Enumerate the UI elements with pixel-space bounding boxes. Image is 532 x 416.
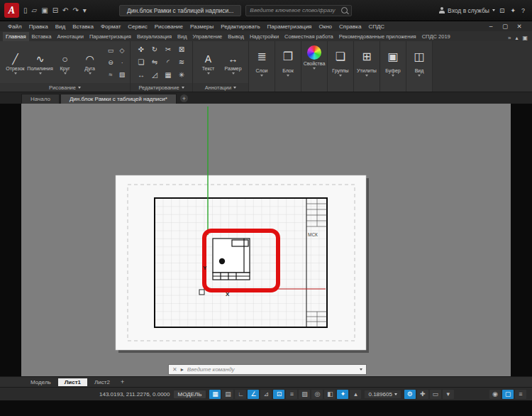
command-line[interactable]: ✕ ▸ Введите команду xyxy=(168,364,367,375)
ribbon-tab[interactable]: Вставка xyxy=(29,32,55,41)
ribbon-tab[interactable]: Параметризация xyxy=(87,32,134,41)
explode-icon[interactable]: ✳ xyxy=(175,69,188,81)
scale-icon[interactable]: ◿ xyxy=(148,69,161,81)
ribbon-tab[interactable]: Рекомендованные приложения xyxy=(336,32,419,41)
ribbon-collapse-icon[interactable]: ▴ xyxy=(515,35,518,41)
ribbon-panel-button[interactable]: ▣ Буфер xyxy=(380,41,406,92)
menu-item[interactable]: СПДС xyxy=(365,23,388,30)
file-tab[interactable]: Дин.блок Рамки с таблицей надписи* xyxy=(60,94,177,104)
transparency-icon[interactable]: ▨ xyxy=(299,390,310,399)
ribbon-tab[interactable]: Визуализация xyxy=(134,32,174,41)
ribbon-tab[interactable]: Совместная работа xyxy=(282,32,336,41)
search-icon[interactable] xyxy=(341,7,348,13)
model-space-button[interactable]: МОДЕЛЬ xyxy=(174,390,206,398)
ribbon-panel-button[interactable]: ❐ Блок xyxy=(275,41,301,92)
menu-item[interactable]: Вставка xyxy=(69,23,97,30)
ribbon-panel-button[interactable]: ◫ Вид xyxy=(406,41,433,92)
hatch-icon[interactable]: ▨ xyxy=(117,69,127,80)
isodraft-icon[interactable]: ⊿ xyxy=(260,390,272,399)
grid-icon[interactable]: ▦ xyxy=(209,390,221,399)
ribbon-tab[interactable]: Аннотации xyxy=(54,32,87,41)
isolate-objects-icon[interactable]: ◉ xyxy=(489,390,501,399)
panel-label-draw[interactable]: Рисование xyxy=(0,83,130,92)
new-layout-button[interactable]: + xyxy=(121,378,124,385)
fillet-icon[interactable]: ◜ xyxy=(162,56,174,68)
menu-item[interactable]: Вид xyxy=(52,23,69,30)
new-drawing-tab-button[interactable]: + xyxy=(180,94,188,102)
undo-icon[interactable]: ↶ xyxy=(62,6,68,14)
maximize-button[interactable]: ▢ xyxy=(498,22,512,31)
lineweight-icon[interactable]: ≡ xyxy=(286,390,297,399)
stay-connected-icon[interactable]: ✦ xyxy=(510,7,516,14)
file-tab[interactable]: Начало xyxy=(21,94,60,104)
tab-overflow-icon[interactable]: » xyxy=(508,35,511,41)
draw-tool-button[interactable]: ╱ Отрезок xyxy=(3,50,28,75)
close-button[interactable]: ✕ xyxy=(512,22,526,31)
draw-tool-button[interactable]: ○ Круг xyxy=(52,50,77,75)
array-icon[interactable]: ▦ xyxy=(162,69,174,81)
layout-tab[interactable]: Лист1 xyxy=(58,378,87,386)
menu-item[interactable]: Рисование xyxy=(151,23,187,30)
erase-icon[interactable]: ⊠ xyxy=(175,43,188,55)
ortho-icon[interactable]: ∟ xyxy=(235,390,246,399)
osnap-icon[interactable]: ⊡ xyxy=(273,390,284,399)
quick-properties-icon[interactable]: ▾ xyxy=(443,390,454,399)
stretch-icon[interactable]: ↔ xyxy=(135,69,148,81)
ribbon-tab[interactable]: Надстройки xyxy=(247,32,282,41)
redo-icon[interactable]: ↷ xyxy=(72,6,78,14)
ribbon-panel-button[interactable]: ❏ Группы xyxy=(328,41,354,92)
ribbon-tab[interactable]: Вывод xyxy=(225,32,247,41)
panel-label-modify[interactable]: Редактирование xyxy=(131,83,192,92)
point-icon[interactable]: ∙ xyxy=(117,57,127,67)
menu-item[interactable]: Формат xyxy=(97,23,124,30)
menu-item[interactable]: Параметризация xyxy=(264,23,316,30)
draw-tool-button[interactable]: ∿ Полилиния xyxy=(28,50,52,75)
annotation-monitor-icon[interactable]: ✚ xyxy=(417,390,428,399)
spline-icon[interactable]: ≈ xyxy=(106,69,116,80)
trim-icon[interactable]: ✂ xyxy=(162,43,174,55)
ellipse-icon[interactable]: ⊖ xyxy=(106,57,116,67)
close-icon[interactable]: ✕ xyxy=(172,366,177,373)
qat-dropdown-icon[interactable]: ▾ xyxy=(83,6,87,14)
snap-icon[interactable]: ▤ xyxy=(222,390,233,399)
ribbon-tab[interactable]: СПДС 2019 xyxy=(419,32,453,41)
clean-screen-icon[interactable]: ▢ xyxy=(502,390,514,399)
layout-tab[interactable]: Модель xyxy=(24,378,57,386)
draw-tool-button[interactable]: ◠ Дуга xyxy=(77,50,102,75)
block-grip-point[interactable] xyxy=(219,258,225,264)
menu-item[interactable]: Справка xyxy=(336,23,365,30)
annotate-tool-button[interactable]: A Текст xyxy=(196,50,221,75)
panel-label-annotate[interactable]: Аннотации xyxy=(193,83,248,92)
minimize-button[interactable]: – xyxy=(484,22,498,31)
drawing-canvas[interactable]: МСК Y X ✕ xyxy=(21,104,511,376)
ribbon-tab[interactable]: Главная xyxy=(3,32,29,41)
rectangle-icon[interactable]: ▭ xyxy=(106,45,116,55)
menu-item[interactable]: Сервис xyxy=(124,23,150,30)
ribbon-tab[interactable]: Вид xyxy=(174,32,190,41)
signin-button[interactable]: Вход в службы xyxy=(439,7,495,14)
autoscale-icon[interactable]: ▴ xyxy=(350,390,361,399)
app-store-icon[interactable]: ⊡ xyxy=(499,7,505,14)
polar-tracking-icon[interactable]: ∠ xyxy=(248,390,259,399)
search-box[interactable]: Введите ключевое слово/фразу xyxy=(245,5,352,16)
chevron-down-icon[interactable] xyxy=(360,368,362,371)
copy-icon[interactable]: ❏ xyxy=(135,56,148,68)
3d-osnap-icon[interactable]: ◧ xyxy=(324,390,336,399)
offset-icon[interactable]: ≋ xyxy=(175,56,188,68)
command-input[interactable]: Введите команду xyxy=(187,366,356,373)
mirror-icon[interactable]: ⇋ xyxy=(148,56,161,68)
ribbon-tab[interactable]: Управление xyxy=(190,32,226,41)
ribbon-options-icon[interactable]: ▣ xyxy=(522,35,528,41)
ribbon-panel-button[interactable]: ⊞ Утилиты xyxy=(354,41,380,92)
rotate-icon[interactable]: ↻ xyxy=(148,43,161,55)
open-icon[interactable]: ▱ xyxy=(32,6,38,14)
menu-item[interactable]: Файл xyxy=(4,23,26,30)
qnew-icon[interactable]: ▯ xyxy=(23,6,28,14)
customization-icon[interactable]: ≡ xyxy=(515,390,526,399)
menu-item[interactable]: Размеры xyxy=(187,23,217,30)
menu-item[interactable]: Правка xyxy=(26,23,52,30)
workspace-gear-icon[interactable]: ⚙ xyxy=(404,390,416,399)
dynamic-block-drawing[interactable] xyxy=(213,239,250,280)
move-icon[interactable]: ✜ xyxy=(135,43,148,55)
annotation-visibility-icon[interactable]: ✦ xyxy=(337,390,348,399)
